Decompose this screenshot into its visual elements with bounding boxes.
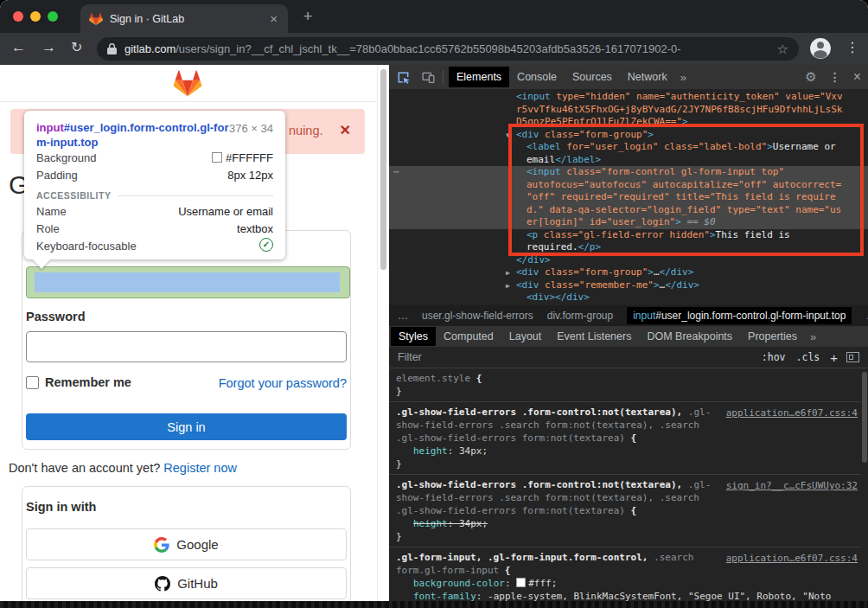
devtools-close-icon[interactable]: × bbox=[853, 69, 861, 85]
window-minimize-button[interactable] bbox=[30, 11, 41, 22]
dom-tree-line[interactable]: autofocus="autofocus" autocapitalize="of… bbox=[389, 179, 868, 192]
page-scrollbar-thumb[interactable] bbox=[380, 69, 386, 270]
disclosure-arrow-icon[interactable]: ▶ bbox=[506, 280, 510, 293]
dom-tree-line[interactable]: ▶<div class="form-group">…</div> bbox=[389, 266, 868, 279]
dom-tree-line[interactable]: ⋯<input class="form-control gl-form-inpu… bbox=[389, 166, 868, 179]
dom-tree-line[interactable]: ▼<div class="form-group"> bbox=[389, 129, 868, 142]
stylesheet-link[interactable]: application…e6f07.css:4 bbox=[726, 552, 858, 565]
window-zoom-button[interactable] bbox=[48, 11, 58, 22]
check-circle-icon: ✓ bbox=[259, 238, 273, 252]
inspect-dimensions: 376 × 34 bbox=[229, 122, 273, 135]
sidebar-dock-icon[interactable] bbox=[846, 352, 859, 362]
tab-strip: Sign in · GitLab × + bbox=[0, 0, 868, 33]
devtools-tab-elements[interactable]: Elements bbox=[449, 67, 509, 87]
address-input[interactable]: gitlab.com/users/sign_in?__cf_chl_jschl_… bbox=[97, 37, 799, 61]
window-close-button[interactable] bbox=[13, 11, 23, 22]
dom-tree-line[interactable]: <input type="hidden" name="authenticity_… bbox=[389, 91, 868, 104]
dom-tree-line[interactable]: D5gnzPe5PEpfrQ1lFu7lZekCWA=="> bbox=[389, 116, 868, 129]
tab-close-icon[interactable]: × bbox=[268, 11, 279, 26]
bookmark-star-icon[interactable]: ☆ bbox=[777, 42, 788, 57]
device-toolbar-icon[interactable] bbox=[421, 70, 436, 85]
disclosure-arrow-icon[interactable]: ▼ bbox=[506, 130, 510, 143]
toggle-pseudo-button[interactable]: :hov bbox=[762, 351, 786, 363]
devtools-panel: ElementsConsoleSourcesNetwork» ⚙ ⋮ × <in… bbox=[389, 65, 868, 608]
styles-filter-bar: Filter :hov .cls + bbox=[389, 347, 868, 368]
devtools-tab-console[interactable]: Console bbox=[509, 67, 565, 87]
stylesheet-link[interactable]: application…e6f07.css:4 bbox=[726, 406, 858, 419]
new-tab-button[interactable]: + bbox=[297, 7, 318, 26]
dom-tree-line[interactable]: required.</p> bbox=[389, 241, 868, 254]
sign-in-button[interactable]: Sign in bbox=[26, 413, 347, 440]
css-rule[interactable]: application…e6f07.css:4.gl-show-field-er… bbox=[389, 402, 861, 475]
dom-tree-line[interactable]: <p class="gl-field-error hidden">This fi… bbox=[389, 229, 868, 242]
css-property[interactable]: height: 34px; bbox=[396, 517, 854, 530]
disclosure-arrow-icon[interactable]: ▶ bbox=[506, 267, 510, 280]
styles-sidebar-tabs: StylesComputedLayoutEvent ListenersDOM B… bbox=[389, 326, 868, 347]
css-property[interactable]: font-family: -apple-system, BlinkMacSyst… bbox=[396, 590, 854, 601]
inspect-element-icon[interactable] bbox=[396, 70, 411, 85]
sidebar-tab-layout[interactable]: Layout bbox=[501, 327, 550, 346]
css-rule[interactable]: application…e6f07.css:4.gl-form-input, .… bbox=[389, 547, 861, 601]
sidebar-tab-properties[interactable]: Properties bbox=[740, 327, 805, 346]
sidebar-tab-event-listeners[interactable]: Event Listeners bbox=[549, 327, 639, 346]
styles-filter-input[interactable]: Filter bbox=[398, 351, 751, 363]
register-link[interactable]: Register now bbox=[163, 461, 237, 475]
gitlab-logo-icon bbox=[173, 70, 202, 97]
breadcrumb-item[interactable]: … bbox=[398, 310, 408, 322]
dom-tree-line[interactable]: <label for="user_login" class="label-bol… bbox=[389, 141, 868, 154]
devtools-menu-icon[interactable]: ⋮ bbox=[829, 70, 841, 84]
github-sign-in-button[interactable]: GitHub bbox=[26, 567, 347, 599]
styles-scrollbar-thumb[interactable] bbox=[862, 372, 867, 463]
devtools-tab-sources[interactable]: Sources bbox=[565, 67, 620, 87]
dom-tree: <input type="hidden" name="authenticity_… bbox=[389, 89, 868, 307]
back-button[interactable]: ← bbox=[11, 39, 26, 56]
dom-tree-line[interactable]: email</label> bbox=[389, 154, 868, 167]
toggle-class-button[interactable]: .cls bbox=[796, 351, 820, 363]
stylesheet-link[interactable]: sign_in?__c…cFsUWUyo:32 bbox=[726, 479, 858, 492]
settings-gear-icon[interactable]: ⚙ bbox=[805, 69, 816, 85]
remember-me-checkbox[interactable] bbox=[26, 376, 39, 389]
password-field[interactable] bbox=[26, 331, 347, 362]
browser-tab[interactable]: Sign in · GitLab × bbox=[80, 4, 288, 33]
reload-button[interactable]: ↻ bbox=[71, 39, 82, 55]
node-menu-icon[interactable]: ⋯ bbox=[393, 166, 399, 179]
dom-tree-line[interactable]: er[login]" id="user_login"> == $0 bbox=[389, 216, 868, 229]
browser-menu-icon[interactable]: ⋮ bbox=[846, 39, 859, 55]
styles-scrollbar bbox=[861, 368, 868, 601]
forgot-password-link[interactable]: Forgot your password? bbox=[219, 376, 347, 390]
profile-avatar-icon[interactable] bbox=[809, 37, 832, 60]
google-button-label: Google bbox=[176, 537, 218, 552]
color-swatch[interactable] bbox=[516, 578, 526, 587]
breadcrumb-item[interactable]: user.gl-show-field-errors bbox=[422, 310, 533, 322]
breadcrumb-item[interactable]: div.form-group bbox=[547, 310, 613, 322]
styles-pane: element.style {}application…e6f07.css:4.… bbox=[389, 368, 861, 601]
gitlab-favicon-icon bbox=[89, 12, 103, 26]
dom-tree-line[interactable]: "off" required="required" title="This fi… bbox=[389, 191, 868, 204]
alert-close-icon[interactable]: ✕ bbox=[340, 122, 351, 138]
dom-tree-line[interactable]: r5vvTfku46tX5FhxOG+j8yBYvadG/2JY7NP6fB8s… bbox=[389, 104, 868, 117]
dom-tree-line[interactable]: d." data-qa-selector="login_field" type=… bbox=[389, 204, 868, 217]
more-tabs-icon[interactable]: » bbox=[675, 71, 692, 84]
css-rule[interactable]: sign_in?__c…cFsUWUyo:32.gl-show-field-er… bbox=[389, 475, 861, 547]
element-style-rule[interactable]: element.style {} bbox=[389, 368, 861, 402]
forward-button[interactable]: → bbox=[41, 39, 56, 56]
bottom-edge-strip bbox=[0, 601, 868, 608]
sidebar-more-tabs-icon[interactable]: » bbox=[805, 330, 821, 343]
google-sign-in-button[interactable]: Google bbox=[26, 528, 347, 560]
devtools-tab-network[interactable]: Network bbox=[620, 67, 675, 87]
devtools-tabs: ElementsConsoleSourcesNetwork» bbox=[449, 67, 805, 87]
password-label: Password bbox=[26, 310, 86, 323]
breadcrumb-item[interactable]: input#user_login.form-control.gl-form-in… bbox=[627, 307, 852, 324]
dom-tree-line[interactable]: ▶<div class="remember-me">…</div> bbox=[389, 279, 868, 292]
new-style-rule-button[interactable]: + bbox=[830, 350, 838, 365]
sidebar-tab-dom-breakpoints[interactable]: DOM Breakpoints bbox=[639, 327, 740, 346]
github-button-label: GitHub bbox=[177, 576, 218, 591]
dom-tree-line[interactable]: </div> bbox=[389, 254, 868, 267]
css-property[interactable]: background-color: #fff; bbox=[396, 577, 854, 590]
inspect-content-highlight bbox=[35, 272, 340, 292]
sidebar-tab-computed[interactable]: Computed bbox=[436, 327, 501, 346]
css-property[interactable]: height: 34px; bbox=[396, 445, 854, 458]
dom-tree-line[interactable]: <div></div> bbox=[389, 291, 868, 304]
sidebar-tab-styles[interactable]: Styles bbox=[391, 327, 436, 346]
inspect-background-row: Background #FFFFFF bbox=[36, 150, 273, 167]
